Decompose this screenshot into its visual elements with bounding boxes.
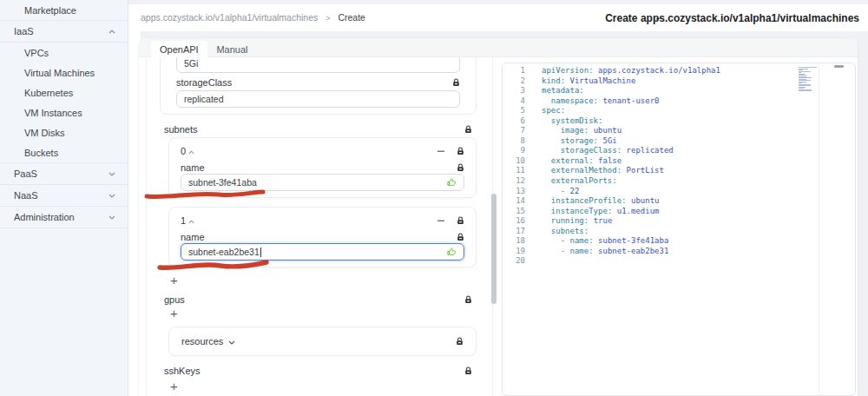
- sidebar-item-virtual-machines[interactable]: Virtual Machines: [0, 63, 128, 82]
- sidebar-item-buckets[interactable]: Buckets: [0, 142, 128, 162]
- editor-scrollbar-thumb[interactable]: [834, 65, 844, 68]
- sidebar-item-label: Kubernetes: [24, 88, 73, 98]
- sidebar-item-naas[interactable]: NaaS: [0, 185, 128, 206]
- sidebar-item-label: IaaS: [14, 26, 34, 36]
- thumbs-up-icon[interactable]: [446, 247, 457, 257]
- code-line: 5spec:: [503, 106, 855, 116]
- code-line: 20: [503, 256, 855, 267]
- systemdisk-group-card: 5Gi storageClass replicated: [160, 57, 477, 115]
- openapi-form-panel: 5Gi storageClass replicated subnets 0 na…: [146, 57, 493, 396]
- breadcrumb: apps.cozystack.io/v1alpha1/virtualmachin…: [141, 12, 365, 23]
- subnet-item-index: 0: [181, 146, 194, 156]
- code-line: 12 externalPorts:: [503, 176, 855, 187]
- storageclass-input[interactable]: replicated: [176, 90, 460, 108]
- lock-icon[interactable]: [457, 216, 464, 225]
- sidebar-item-vm-instances[interactable]: VM Instances: [0, 102, 128, 122]
- remove-item-icon[interactable]: [437, 216, 445, 225]
- lock-icon[interactable]: [456, 337, 464, 346]
- sidebar-item-vpcs[interactable]: VPCs: [0, 43, 128, 63]
- tab-manual[interactable]: Manual: [207, 41, 256, 57]
- add-sshkey-button[interactable]: +: [170, 380, 178, 393]
- subnet-name-input[interactable]: subnet-eab2be31: [181, 243, 464, 261]
- code-line: 14 instanceProfile: ubuntu: [503, 196, 855, 207]
- resources-collapse-card[interactable]: resources: [168, 327, 477, 356]
- code-line: 17 subnets:: [503, 227, 855, 237]
- chevron-down-icon: [108, 194, 115, 198]
- sidebar-item-label: Marketplace: [24, 5, 76, 16]
- breadcrumb-separator: >: [326, 14, 330, 23]
- breadcrumb-current: Create: [338, 12, 365, 23]
- code-line: 16 running: true: [503, 216, 855, 227]
- code-line: 6 systemDisk:: [503, 116, 855, 127]
- breadcrumb-path-link[interactable]: apps.cozystack.io/v1alpha1/virtualmachin…: [141, 12, 318, 23]
- editor-minimap[interactable]: [799, 67, 818, 93]
- lock-icon[interactable]: [464, 295, 472, 304]
- sidebar-item-marketplace[interactable]: Marketplace: [0, 0, 128, 20]
- lock-icon[interactable]: [452, 78, 460, 87]
- sidebar-item-label: VM Disks: [24, 128, 64, 138]
- sidebar-item-kubernetes[interactable]: Kubernetes: [0, 82, 128, 102]
- sidebar-item-label: VPCs: [24, 48, 49, 58]
- subnet-name-label: name: [181, 232, 205, 242]
- sidebar-item-administration[interactable]: Administration: [0, 207, 128, 228]
- subnet-item-header[interactable]: 1: [181, 214, 464, 227]
- subnet-item-index: 1: [181, 215, 194, 226]
- chevron-up-icon: [188, 220, 194, 224]
- code-line: 11 externalMethod: PortList: [503, 166, 855, 176]
- sidebar-item-label: NaaS: [14, 190, 38, 201]
- code-line: 7 image: ubuntu: [503, 126, 855, 136]
- code-line: 13 - 22: [503, 187, 855, 197]
- chevron-down-icon: [228, 340, 235, 345]
- sidebar-item-label: Buckets: [24, 148, 58, 158]
- sidebar-item-paas[interactable]: PaaS: [0, 163, 128, 184]
- chevron-up-icon: [108, 30, 115, 34]
- code-line: 10 external: false: [503, 156, 855, 167]
- subnets-label: subnets: [164, 124, 198, 135]
- subnet-item-header[interactable]: 0: [181, 144, 464, 157]
- lock-icon[interactable]: [464, 125, 472, 134]
- gpus-label: gpus: [164, 294, 185, 305]
- page-title: Create apps.cozystack.io/v1alpha1/virtua…: [605, 12, 859, 24]
- sidebar-item-label: PaaS: [14, 168, 37, 179]
- create-resource-card: OpenAPIManual 5Gi storageClass replicate…: [139, 38, 858, 396]
- subnet-name-value: subnet-eab2be31: [188, 247, 261, 257]
- tab-bar: OpenAPIManual: [139, 38, 858, 57]
- top-header: apps.cozystack.io/v1alpha1/virtualmachin…: [128, 4, 868, 31]
- subnet-name-value: subnet-3fe41aba: [188, 177, 257, 188]
- sidebar-item-iaas[interactable]: IaaS: [0, 21, 128, 42]
- code-line: 18 - name: subnet-3fe41aba: [503, 236, 855, 247]
- code-line: 4 namespace: tenant-user0: [503, 96, 855, 107]
- text-cursor: [260, 248, 261, 257]
- lock-icon[interactable]: [457, 163, 464, 172]
- code-line: 9 storageClass: replicated: [503, 146, 855, 156]
- form-scrollbar-thumb[interactable]: [491, 194, 496, 304]
- lock-icon[interactable]: [457, 233, 464, 241]
- sidebar-item-label: Administration: [14, 212, 75, 222]
- add-gpu-button[interactable]: +: [170, 307, 178, 320]
- code-line: 15 instanceType: u1.medium: [503, 207, 855, 217]
- sidebar: MarketplaceIaaSVPCsVirtual MachinesKuber…: [0, 0, 128, 396]
- sshkeys-label: sshKeys: [164, 366, 201, 376]
- lock-icon[interactable]: [464, 366, 472, 375]
- subnet-name-label: name: [181, 162, 205, 173]
- thumbs-up-icon[interactable]: [446, 177, 457, 188]
- chevron-down-icon: [108, 215, 115, 220]
- sidebar-item-vm-disks[interactable]: VM Disks: [0, 122, 128, 142]
- code-line: 8 storage: 5Gi: [503, 136, 855, 147]
- code-line: 19 - name: subnet-eab2be31: [503, 247, 855, 257]
- yaml-code: 1apiVersion: apps.cozystack.io/v1alpha12…: [503, 66, 855, 395]
- sidebar-divider: [0, 228, 128, 228]
- lock-icon[interactable]: [457, 147, 464, 155]
- sidebar-item-label: Virtual Machines: [24, 68, 95, 78]
- subnet-name-input[interactable]: subnet-3fe41aba: [181, 174, 464, 191]
- storageclass-label: storageClass: [176, 77, 232, 88]
- storage-size-input[interactable]: 5Gi: [176, 57, 460, 73]
- storageclass-value: replicated: [184, 94, 224, 104]
- chevron-down-icon: [108, 172, 115, 176]
- remove-item-icon[interactable]: [437, 147, 445, 155]
- yaml-editor[interactable]: 1apiVersion: apps.cozystack.io/v1alpha12…: [502, 63, 856, 396]
- sidebar-item-label: VM Instances: [24, 108, 82, 118]
- resources-label: resources: [181, 336, 223, 346]
- add-subnet-button[interactable]: +: [170, 274, 178, 287]
- tab-openapi[interactable]: OpenAPI: [151, 41, 207, 57]
